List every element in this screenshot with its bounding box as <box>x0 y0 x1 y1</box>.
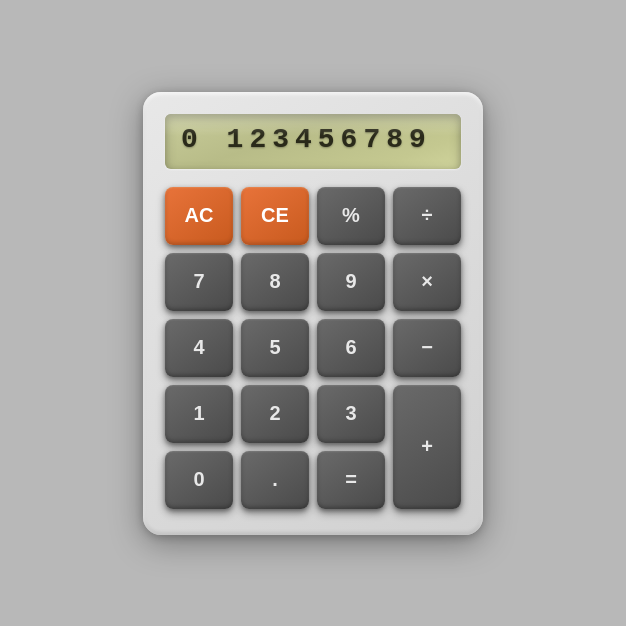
7-button[interactable]: 7 <box>165 253 233 311</box>
minus-button[interactable]: − <box>393 319 461 377</box>
6-button[interactable]: 6 <box>317 319 385 377</box>
multiply-button[interactable]: × <box>393 253 461 311</box>
3-button[interactable]: 3 <box>317 385 385 443</box>
4-button[interactable]: 4 <box>165 319 233 377</box>
dot-button[interactable]: . <box>241 451 309 509</box>
calculator: 0 123456789 AC CE % ÷ 7 8 9 × 4 5 6 − 1 … <box>143 92 483 535</box>
2-button[interactable]: 2 <box>241 385 309 443</box>
plus-button[interactable]: + <box>393 385 461 509</box>
display: 0 123456789 <box>165 114 461 169</box>
8-button[interactable]: 8 <box>241 253 309 311</box>
5-button[interactable]: 5 <box>241 319 309 377</box>
buttons-grid: AC CE % ÷ 7 8 9 × 4 5 6 − 1 2 3 + 0 . = <box>165 187 461 509</box>
divide-button[interactable]: ÷ <box>393 187 461 245</box>
percent-button[interactable]: % <box>317 187 385 245</box>
equals-button[interactable]: = <box>317 451 385 509</box>
display-value: 0 123456789 <box>181 124 445 155</box>
9-button[interactable]: 9 <box>317 253 385 311</box>
ce-button[interactable]: CE <box>241 187 309 245</box>
0-button[interactable]: 0 <box>165 451 233 509</box>
ac-button[interactable]: AC <box>165 187 233 245</box>
1-button[interactable]: 1 <box>165 385 233 443</box>
